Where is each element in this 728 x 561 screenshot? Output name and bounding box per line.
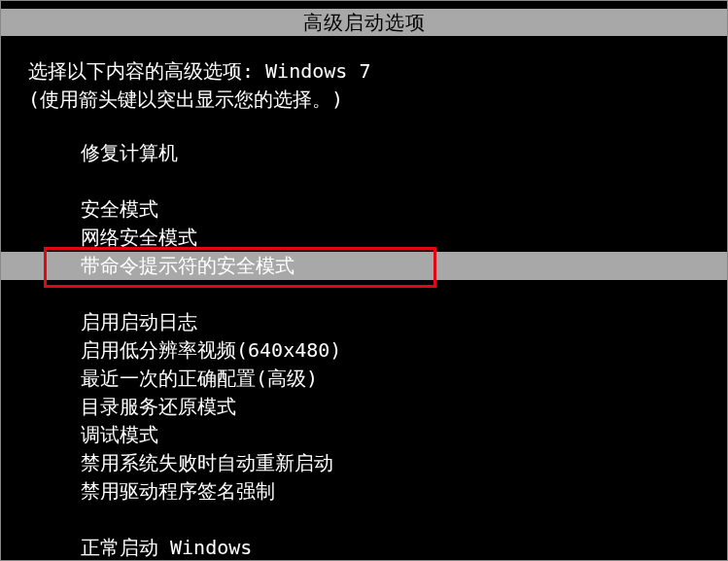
option-safe-mode-networking[interactable]: 网络安全模式 [81, 224, 727, 252]
option-safe-mode-cmd[interactable]: 带命令提示符的安全模式 [1, 252, 727, 280]
option-repair-computer[interactable]: 修复计算机 [81, 139, 727, 167]
spacer [81, 280, 727, 308]
option-safe-mode-cmd-label: 带命令提示符的安全模式 [81, 252, 727, 280]
option-start-normally[interactable]: 正常启动 Windows [81, 534, 727, 561]
prompt-line-1: 选择以下内容的高级选项: Windows 7 [28, 57, 727, 86]
boot-options-menu: 修复计算机 安全模式 网络安全模式 带命令提示符的安全模式 启用启动日志 启用低… [81, 139, 727, 561]
content-area: 选择以下内容的高级选项: Windows 7 (使用箭头键以突出显示您的选择。)… [1, 36, 727, 561]
option-boot-logging[interactable]: 启用启动日志 [81, 308, 727, 336]
boot-menu-screen: 高级启动选项 选择以下内容的高级选项: Windows 7 (使用箭头键以突出显… [0, 0, 728, 561]
option-last-known-good[interactable]: 最近一次的正确配置(高级) [81, 365, 727, 393]
spacer [81, 167, 727, 195]
option-low-res-video[interactable]: 启用低分辨率视频(640x480) [81, 336, 727, 365]
option-safe-mode[interactable]: 安全模式 [81, 195, 727, 224]
option-disable-auto-restart[interactable]: 禁用系统失败时自动重新启动 [81, 449, 727, 477]
option-ds-restore[interactable]: 目录服务还原模式 [81, 393, 727, 421]
title-bar: 高级启动选项 [1, 9, 727, 36]
spacer [81, 506, 727, 534]
prompt-line-2: (使用箭头键以突出显示您的选择。) [28, 86, 727, 114]
option-debug-mode[interactable]: 调试模式 [81, 421, 727, 449]
option-disable-driver-sig[interactable]: 禁用驱动程序签名强制 [81, 477, 727, 506]
